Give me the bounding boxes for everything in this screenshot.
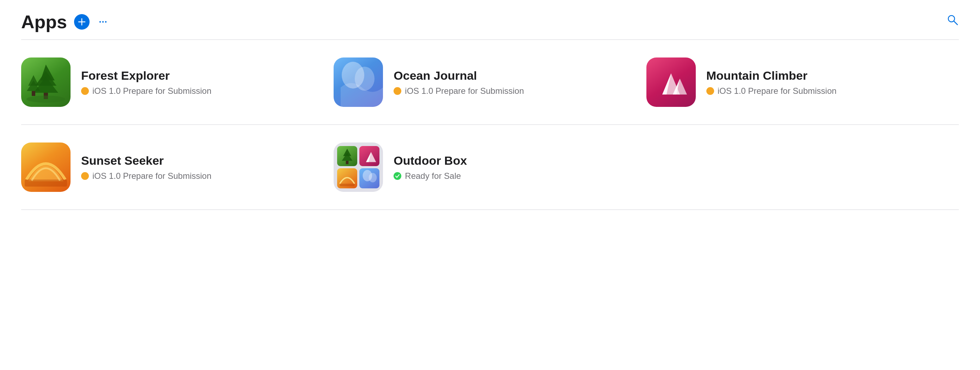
app-info-sunset-seeker: Sunset Seeker iOS 1.0 Prepare for Submis… xyxy=(81,154,320,181)
app-status-text-ocean: iOS 1.0 Prepare for Submission xyxy=(405,86,524,96)
svg-line-4 xyxy=(954,21,958,25)
more-button[interactable] xyxy=(95,14,111,30)
app-item-sunset-seeker[interactable]: Sunset Seeker iOS 1.0 Prepare for Submis… xyxy=(21,125,334,209)
app-name-ocean-journal: Ocean Journal xyxy=(393,69,632,83)
svg-point-12 xyxy=(27,96,65,103)
status-icon-yellow-ocean xyxy=(393,87,401,95)
plus-icon xyxy=(78,18,86,26)
svg-rect-25 xyxy=(340,184,355,187)
apps-grid: Forest Explorer iOS 1.0 Prepare for Subm… xyxy=(0,40,980,210)
app-status-text-forest: iOS 1.0 Prepare for Submission xyxy=(92,86,212,96)
bottom-divider xyxy=(21,209,959,210)
app-item-ocean-journal[interactable]: Ocean Journal iOS 1.0 Prepare for Submis… xyxy=(334,40,646,124)
app-info-forest-explorer: Forest Explorer iOS 1.0 Prepare for Subm… xyxy=(81,69,320,96)
mini-icon-forest xyxy=(337,146,357,166)
app-item-mountain-climber[interactable]: Mountain Climber iOS 1.0 Prepare for Sub… xyxy=(646,40,959,124)
app-name-forest-explorer: Forest Explorer xyxy=(81,69,320,83)
app-info-ocean-journal: Ocean Journal iOS 1.0 Prepare for Submis… xyxy=(393,69,632,96)
mini-icon-mountain xyxy=(360,146,379,166)
app-name-mountain-climber: Mountain Climber xyxy=(706,69,945,83)
app-icon-mountain-climber xyxy=(646,57,696,107)
app-status-text-outdoor: Ready for Sale xyxy=(405,171,461,181)
header: Apps xyxy=(0,0,980,40)
search-icon xyxy=(946,13,959,26)
status-icon-yellow-mountain xyxy=(706,87,714,95)
add-button[interactable] xyxy=(74,14,89,30)
app-icon-sunset-seeker xyxy=(21,142,70,192)
page-title: Apps xyxy=(21,11,67,32)
app-status-text-mountain: iOS 1.0 Prepare for Submission xyxy=(718,86,837,96)
app-status-ocean-journal: iOS 1.0 Prepare for Submission xyxy=(393,86,632,96)
app-name-sunset-seeker: Sunset Seeker xyxy=(81,154,320,167)
svg-rect-19 xyxy=(25,180,67,187)
ellipsis-icon xyxy=(99,18,107,26)
svg-point-0 xyxy=(99,21,101,22)
app-info-mountain-climber: Mountain Climber iOS 1.0 Prepare for Sub… xyxy=(706,69,945,96)
svg-point-2 xyxy=(105,21,107,22)
app-item-outdoor-box[interactable]: Outdoor Box Ready for Sale xyxy=(334,125,646,209)
status-icon-yellow-forest xyxy=(81,87,89,95)
mini-icon-sunset xyxy=(337,168,357,188)
app-status-sunset-seeker: iOS 1.0 Prepare for Submission xyxy=(81,171,320,181)
svg-rect-22 xyxy=(346,161,349,164)
svg-point-27 xyxy=(369,173,377,182)
svg-marker-21 xyxy=(342,153,353,161)
app-icon-forest-explorer xyxy=(21,57,70,107)
app-name-outdoor-box: Outdoor Box xyxy=(393,154,632,167)
app-status-text-sunset: iOS 1.0 Prepare for Submission xyxy=(92,171,212,181)
search-button[interactable] xyxy=(946,13,959,26)
status-icon-green-outdoor xyxy=(393,172,401,180)
app-status-forest-explorer: iOS 1.0 Prepare for Submission xyxy=(81,86,320,96)
app-icon-outdoor-box xyxy=(334,142,383,192)
app-icon-ocean-journal xyxy=(334,57,383,107)
status-icon-yellow-sunset xyxy=(81,172,89,180)
app-status-outdoor-box: Ready for Sale xyxy=(393,171,632,181)
app-status-mountain-climber: iOS 1.0 Prepare for Submission xyxy=(706,86,945,96)
svg-point-1 xyxy=(102,21,104,22)
mini-icon-ocean xyxy=(360,168,379,188)
svg-rect-11 xyxy=(32,91,35,96)
app-item-forest-explorer[interactable]: Forest Explorer iOS 1.0 Prepare for Subm… xyxy=(21,40,334,124)
app-info-outdoor-box: Outdoor Box Ready for Sale xyxy=(393,154,632,181)
